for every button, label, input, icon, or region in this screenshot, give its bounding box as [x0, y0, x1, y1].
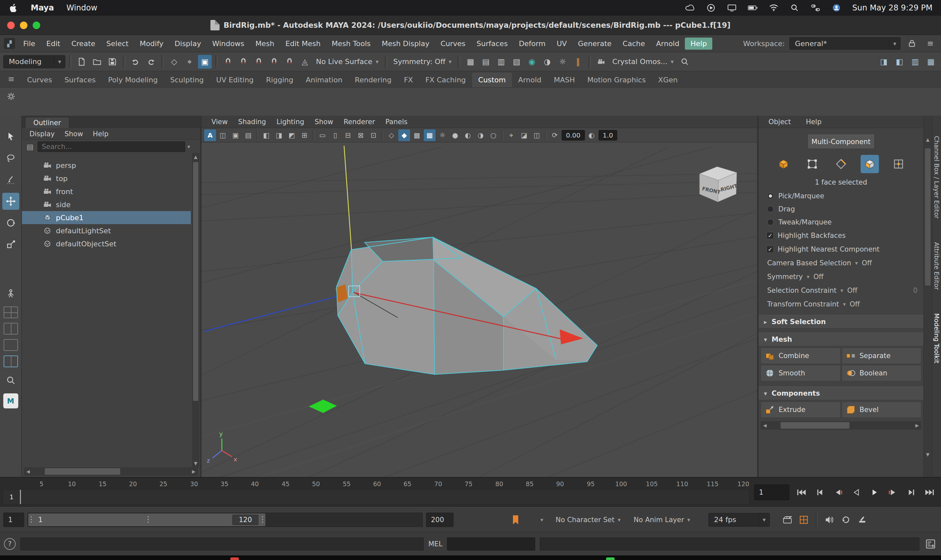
xray-icon[interactable]: ◪ — [518, 129, 530, 141]
layout-persp-outliner-button[interactable] — [4, 355, 18, 367]
outliner-menu-display[interactable]: Display — [25, 130, 60, 138]
scroll-down-arrow[interactable]: ▼ — [924, 450, 932, 459]
oversampling-icon[interactable]: ◩ — [286, 129, 298, 141]
playblast-icon[interactable] — [781, 513, 794, 526]
shelf-tab-mash[interactable]: MASH — [547, 72, 581, 87]
script-editor-icon[interactable] — [924, 537, 937, 551]
divider[interactable] — [458, 55, 460, 68]
shadows-icon[interactable]: ● — [449, 129, 461, 141]
macos-app-menu[interactable]: Maya — [31, 3, 54, 12]
highlight-backfaces-checkbox[interactable]: ✓ Highlight Backfaces — [759, 229, 923, 242]
bevel-button[interactable]: Bevel — [842, 402, 922, 418]
viewport-menu-shading[interactable]: Shading — [233, 118, 271, 126]
menu-select[interactable]: Select — [101, 38, 134, 50]
safe-action-icon[interactable]: ⊡ — [367, 129, 379, 141]
divider[interactable] — [589, 55, 591, 68]
components-section-header[interactable]: ▾ Components — [759, 386, 923, 400]
select-tool-icon[interactable] — [2, 128, 19, 145]
render-current-frame-icon[interactable]: ▤ — [479, 55, 493, 69]
animation-end-field[interactable]: 200 — [426, 512, 454, 527]
go-to-start-button[interactable] — [793, 484, 810, 501]
live-surface-field[interactable]: No Live Surface ▾ — [313, 57, 381, 66]
apple-logo-icon[interactable] — [9, 3, 18, 13]
viewport-menu-renderer[interactable]: Renderer — [338, 118, 380, 126]
fps-dropdown[interactable]: 24 fps ▾ — [708, 513, 770, 527]
move-tool-icon[interactable] — [2, 193, 19, 210]
layout-single-pane-button[interactable] — [4, 339, 18, 351]
pick-marquee-radio[interactable]: Pick/Marquee — [759, 189, 923, 203]
shelf-tab-surfaces[interactable]: Surfaces — [58, 72, 101, 87]
viewport-menu-view[interactable]: View — [206, 118, 233, 126]
scroll-right-arrow[interactable]: ▶ — [913, 423, 921, 428]
cloud-status-icon[interactable] — [685, 3, 695, 13]
playhead[interactable] — [20, 490, 21, 504]
toolkit-menu-object[interactable]: Object — [769, 118, 791, 126]
bookmark-icon[interactable] — [509, 513, 522, 526]
uv-mode-icon[interactable] — [889, 155, 908, 173]
menu-windows[interactable]: Windows — [206, 38, 250, 50]
shelf-tab-poly-modeling[interactable]: Poly Modeling — [102, 72, 164, 87]
face-mode-icon[interactable] — [861, 155, 879, 173]
menu-edit-mesh[interactable]: Edit Mesh — [280, 38, 326, 50]
scroll-left-arrow[interactable]: ◀ — [24, 469, 32, 474]
tweak-marquee-radio[interactable]: Tweak/Marquee — [759, 215, 923, 229]
symmetry-dropdown[interactable]: Symmetry: Off ▾ — [391, 57, 454, 66]
outliner-item-defaultlightset[interactable]: defaultLightSet — [22, 224, 191, 237]
snap-to-projected-center-icon[interactable] — [267, 55, 281, 69]
step-back-key-button[interactable] — [829, 484, 847, 501]
refresh-icon[interactable]: ⟳ — [549, 129, 561, 141]
snap-to-point-icon[interactable] — [252, 55, 266, 69]
resolution-gate-icon[interactable]: ▯ — [329, 129, 341, 141]
auto-keyframe-icon[interactable] — [797, 513, 810, 526]
render-view-icon[interactable]: ▦ — [464, 55, 477, 69]
shelf-gear-icon[interactable] — [7, 92, 15, 103]
boolean-button[interactable]: Boolean — [842, 365, 922, 381]
isolate-select-icon[interactable]: ⌖ — [506, 129, 517, 141]
edge-mode-icon[interactable] — [832, 155, 850, 173]
select-camera-icon[interactable]: A — [204, 129, 216, 141]
snap-to-grid-icon[interactable] — [221, 55, 235, 69]
textured-mode-icon[interactable]: ▩ — [411, 129, 423, 141]
bookmark-view-icon[interactable]: ▤ — [243, 129, 254, 141]
toggle-channel-box-icon[interactable]: ▥ — [908, 55, 922, 69]
gamma-field[interactable]: 1.0 — [598, 130, 618, 140]
wifi-icon[interactable] — [769, 3, 779, 13]
chevron-down-icon[interactable]: ▾ — [187, 143, 190, 150]
vertex-mode-icon[interactable] — [803, 155, 821, 173]
ambient-occlusion-icon[interactable]: ◐ — [462, 129, 474, 141]
viewport-menu-panels[interactable]: Panels — [380, 118, 413, 126]
wireframe-on-shaded-icon[interactable]: ▦ — [424, 129, 435, 141]
camera-icon[interactable] — [594, 55, 608, 69]
outliner-item-pcube1[interactable]: pCube1 — [22, 211, 191, 224]
layout-two-panes-side-button[interactable] — [4, 323, 18, 335]
divider[interactable] — [69, 55, 71, 68]
scene-icon[interactable]: ▞ — [4, 38, 15, 49]
workspace-dropdown[interactable]: General* ▾ — [789, 37, 901, 50]
search-icon[interactable] — [678, 55, 692, 69]
shelf-tab-uv-editing[interactable]: UV Editing — [210, 72, 260, 87]
range-left-grip[interactable] — [30, 515, 32, 524]
menu-curves[interactable]: Curves — [435, 38, 471, 50]
battery-icon[interactable] — [748, 3, 758, 13]
macos-window-menu[interactable]: Window — [66, 3, 97, 12]
menu-help[interactable]: Help — [685, 38, 712, 50]
shelf-tab-sculpting[interactable]: Sculpting — [164, 72, 210, 87]
bookmark-menu-chevron[interactable]: ▾ — [540, 517, 543, 523]
two-d-pan-zoom-icon[interactable]: ◨ — [273, 129, 285, 141]
viewport-menu-lighting[interactable]: Lighting — [271, 118, 309, 126]
light-editor-icon[interactable]: ☼ — [556, 55, 569, 69]
play-forwards-button[interactable] — [866, 484, 884, 501]
outliner-item-front[interactable]: front — [22, 185, 191, 198]
range-center-grip[interactable] — [147, 515, 149, 524]
view-grid-icon[interactable]: ⊞ — [298, 129, 311, 141]
tab-modeling-toolkit[interactable]: Modeling Toolkit — [933, 313, 940, 363]
scrollbar-thumb[interactable] — [781, 422, 850, 429]
snap-to-curve-icon[interactable] — [237, 55, 250, 69]
shelf-tab-arnold[interactable]: Arnold — [512, 72, 547, 87]
shelf-items-area[interactable] — [0, 88, 941, 115]
smooth-button[interactable]: Smooth — [761, 365, 841, 381]
toolkit-horizontal-scrollbar[interactable]: ◀ ▶ — [761, 421, 921, 430]
menu-mesh-tools[interactable]: Mesh Tools — [326, 38, 376, 50]
shelf-menu-icon[interactable]: ≡ — [8, 74, 14, 84]
shelf-tab-xgen[interactable]: XGen — [652, 72, 684, 87]
